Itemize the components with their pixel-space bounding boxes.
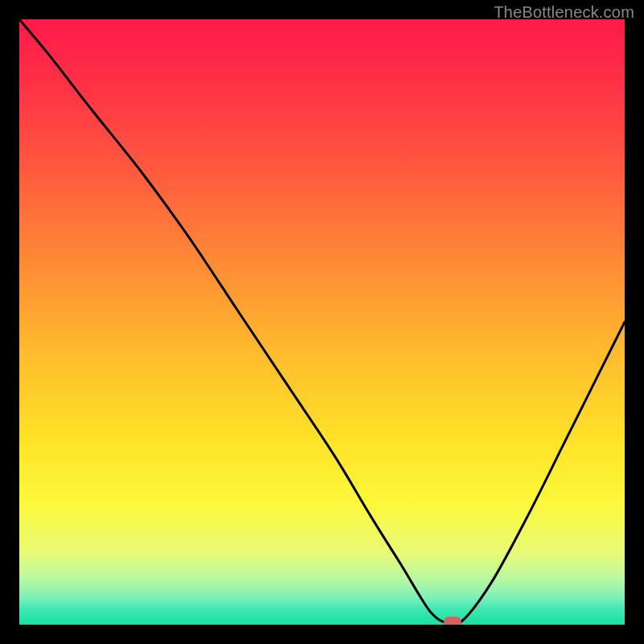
marker-pill [444,617,461,625]
bottleneck-curve [19,19,625,625]
page-root: TheBottleneck.com [0,0,644,644]
chart-frame [19,19,625,625]
watermark-text: TheBottleneck.com [493,3,634,22]
plot-area [19,19,625,625]
